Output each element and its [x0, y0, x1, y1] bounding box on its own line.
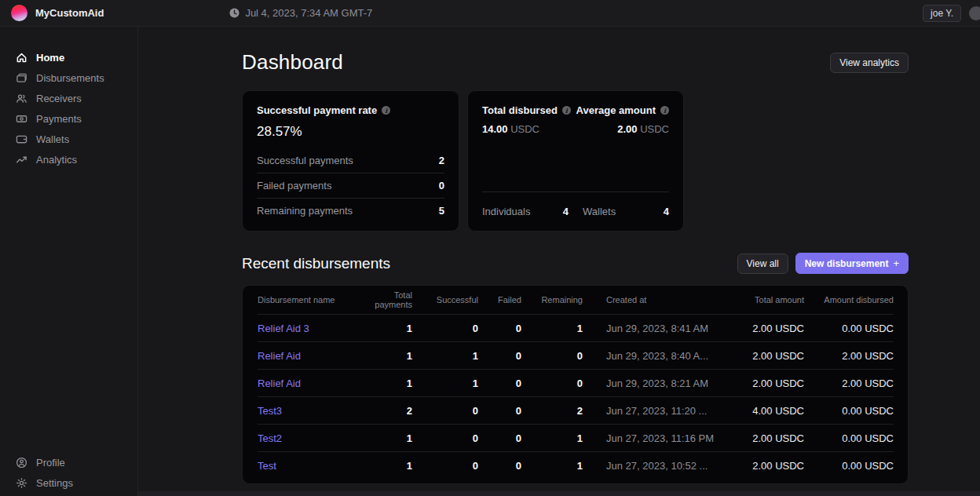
cell-remaining: 0 — [521, 377, 583, 389]
col-disbursement-name: Disbursement name — [258, 295, 360, 305]
payment-rate-card: Successful payment rate i 28.57% Success… — [242, 90, 459, 232]
payment-stat-list: Successful payments 2 Failed payments 0 … — [257, 148, 444, 223]
disbursement-link[interactable]: Relief Aid — [258, 350, 360, 362]
individuals-value: 4 — [563, 206, 569, 217]
sidebar-item-disbursements[interactable]: Disbursements — [0, 69, 137, 86]
table-row: Test 1 0 0 1 Jun 27, 2023, 10:52 ... 2.0… — [258, 451, 894, 479]
totals-bottom-row: Individuals 4 Wallets 4 — [482, 191, 669, 223]
clock-icon — [229, 8, 240, 18]
analytics-icon — [16, 154, 27, 166]
table-row: Test2 1 0 0 1 Jun 27, 2023, 11:16 PM 2.0… — [258, 424, 894, 451]
cell-failed: 0 — [478, 432, 521, 444]
sidebar-item-label: Receivers — [36, 93, 82, 104]
info-icon[interactable]: i — [660, 106, 669, 115]
payment-rate-title: Successful payment rate — [257, 104, 377, 116]
disbursement-link[interactable]: Test3 — [258, 405, 360, 417]
total-disbursed-title: Total disbursed — [482, 104, 558, 116]
view-analytics-button[interactable]: View analytics — [830, 53, 909, 73]
cell-successful: 0 — [412, 460, 478, 472]
cell-failed: 0 — [478, 460, 521, 472]
sidebar-item-home[interactable]: Home — [0, 49, 137, 66]
horizontal-scrollbar[interactable] — [138, 491, 980, 496]
sidebar-item-settings[interactable]: Settings — [0, 474, 137, 491]
recent-disbursements-title: Recent disbursements — [242, 255, 390, 272]
col-created-at: Created at — [583, 295, 751, 305]
disbursement-link[interactable]: Test2 — [258, 432, 360, 444]
stat-row-remaining: Remaining payments 5 — [257, 198, 444, 223]
cell-remaining: 2 — [521, 405, 583, 417]
stat-value: 2 — [439, 155, 444, 166]
view-all-button[interactable]: View all — [737, 253, 788, 274]
col-total-payments: Total payments — [360, 290, 412, 309]
disbursements-table: Disbursement name Total payments Success… — [242, 285, 909, 484]
sidebar-item-analytics[interactable]: Analytics — [0, 151, 137, 168]
page-header: Dashboard View analytics — [242, 50, 909, 75]
user-menu-button[interactable]: joe Y. — [923, 5, 961, 22]
sidebar-item-payments[interactable]: Payments — [0, 110, 137, 127]
cell-created-at: Jun 29, 2023, 8:21 AM — [583, 377, 751, 389]
table-row: Test3 2 0 0 2 Jun 27, 2023, 11:20 ... 4.… — [258, 396, 894, 424]
sidebar: Home Disbursements — [0, 27, 138, 496]
cell-total-payments: 2 — [360, 405, 412, 417]
table-header-row: Disbursement name Total payments Success… — [258, 286, 894, 314]
sidebar-item-wallets[interactable]: Wallets — [0, 130, 137, 148]
receivers-icon — [16, 93, 27, 104]
topbar-right: joe Y. — [923, 5, 972, 22]
cell-created-at: Jun 27, 2023, 11:16 PM — [583, 432, 751, 444]
sidebar-item-receivers[interactable]: Receivers — [0, 89, 137, 107]
cell-amount-disbursed: 2.00 USDC — [804, 377, 894, 389]
cell-created-at: Jun 27, 2023, 10:52 ... — [583, 460, 751, 472]
disbursements-icon — [16, 72, 27, 84]
wallets-icon — [16, 133, 27, 145]
recent-disbursements-header: Recent disbursements View all New disbur… — [242, 253, 909, 274]
page-title: Dashboard — [242, 50, 343, 75]
table-row: Relief Aid 1 1 0 0 Jun 29, 2023, 8:21 AM… — [258, 369, 894, 396]
average-amount-currency: USDC — [640, 123, 669, 135]
home-icon — [16, 52, 27, 64]
new-disbursement-button[interactable]: New disbursement + — [795, 253, 909, 274]
col-failed: Failed — [478, 295, 521, 305]
cell-successful: 1 — [412, 377, 478, 389]
cell-amount-disbursed: 0.00 USDC — [804, 432, 894, 444]
cell-successful: 0 — [412, 432, 478, 444]
cell-total-payments: 1 — [360, 323, 412, 334]
topbar-datetime: Jul 4, 2023, 7:34 AM GMT-7 — [229, 7, 372, 19]
sidebar-item-label: Disbursements — [36, 72, 104, 84]
stat-label: Failed payments — [257, 180, 331, 191]
col-successful: Successful — [412, 295, 478, 305]
info-icon[interactable]: i — [382, 106, 390, 115]
info-icon[interactable]: i — [562, 106, 571, 115]
table-row: Relief Aid 3 1 0 0 1 Jun 29, 2023, 8:41 … — [258, 314, 894, 341]
col-total-amount: Total amount — [751, 295, 804, 305]
cell-amount-disbursed: 0.00 USDC — [804, 323, 894, 334]
topbar: MyCustomAid Jul 4, 2023, 7:34 AM GMT-7 j… — [0, 0, 980, 27]
new-disbursement-label: New disbursement — [805, 258, 889, 269]
wallets-stat: Wallets 4 — [583, 199, 669, 223]
avatar[interactable] — [969, 6, 980, 20]
col-amount-disbursed: Amount disbursed — [804, 295, 894, 305]
settings-icon — [16, 477, 27, 489]
stat-cards: Successful payment rate i 28.57% Success… — [242, 90, 909, 232]
sidebar-item-label: Profile — [36, 457, 65, 469]
shell: Home Disbursements — [0, 27, 980, 496]
cell-successful: 1 — [412, 350, 478, 362]
cell-amount-disbursed: 0.00 USDC — [804, 460, 894, 472]
cell-created-at: Jun 29, 2023, 8:41 AM — [583, 323, 751, 334]
sidebar-item-profile[interactable]: Profile — [0, 454, 137, 471]
cell-created-at: Jun 27, 2023, 11:20 ... — [583, 405, 751, 417]
cell-failed: 0 — [478, 323, 521, 334]
individuals-stat: Individuals 4 — [482, 199, 569, 223]
disbursement-link[interactable]: Test — [258, 460, 360, 472]
sidebar-item-label: Payments — [36, 113, 82, 125]
stat-row-failed: Failed payments 0 — [257, 173, 444, 198]
cell-total-payments: 1 — [360, 432, 412, 444]
plus-icon: + — [893, 257, 899, 269]
stat-row-successful: Successful payments 2 — [257, 148, 444, 173]
cell-amount-disbursed: 0.00 USDC — [804, 405, 894, 417]
stat-value: 0 — [439, 180, 444, 191]
cell-remaining: 0 — [521, 350, 583, 362]
disbursement-link[interactable]: Relief Aid 3 — [258, 323, 360, 334]
cell-total-amount: 2.00 USDC — [751, 350, 804, 362]
disbursement-link[interactable]: Relief Aid — [258, 377, 360, 389]
cell-total-payments: 1 — [360, 350, 412, 362]
